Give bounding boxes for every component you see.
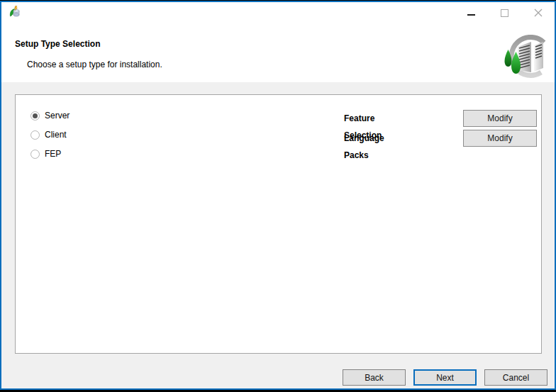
radio-label: Server	[45, 111, 70, 121]
cancel-button[interactable]: Cancel	[484, 369, 547, 386]
close-icon	[534, 9, 543, 17]
back-button[interactable]: Back	[343, 369, 406, 386]
radio-option-client[interactable]: Client	[30, 128, 67, 142]
archicad-logo-icon	[499, 35, 550, 80]
feature-selection-modify-button[interactable]: Modify	[463, 110, 537, 127]
language-packs-modify-button[interactable]: Modify	[463, 130, 537, 147]
radio-option-server[interactable]: Server	[30, 108, 70, 123]
language-packs-label: Language Packs	[344, 130, 384, 164]
installer-window: Setup Type Selection Choose a setup type…	[0, 1, 556, 390]
window-controls	[455, 2, 555, 23]
close-button[interactable]	[521, 2, 555, 23]
maximize-icon	[501, 9, 508, 17]
next-button[interactable]: Next	[413, 369, 477, 386]
app-icon	[9, 6, 21, 18]
wizard-header: Setup Type Selection Choose a setup type…	[1, 23, 555, 82]
minimize-icon	[467, 14, 475, 16]
minimize-button[interactable]	[455, 2, 488, 23]
maximize-button[interactable]	[488, 2, 521, 23]
radio-label: Client	[45, 130, 67, 140]
radio-button-icon[interactable]	[30, 150, 40, 159]
titlebar	[1, 2, 555, 23]
page-title: Setup Type Selection	[15, 39, 100, 49]
radio-button-icon[interactable]	[30, 130, 40, 140]
radio-option-fep[interactable]: FEP	[30, 147, 61, 161]
radio-label: FEP	[45, 149, 61, 159]
radio-button-icon[interactable]	[30, 111, 40, 121]
page-subtitle: Choose a setup type for installation.	[27, 60, 162, 69]
content-panel: Server Client FEP Feature Selection Modi…	[15, 94, 542, 354]
